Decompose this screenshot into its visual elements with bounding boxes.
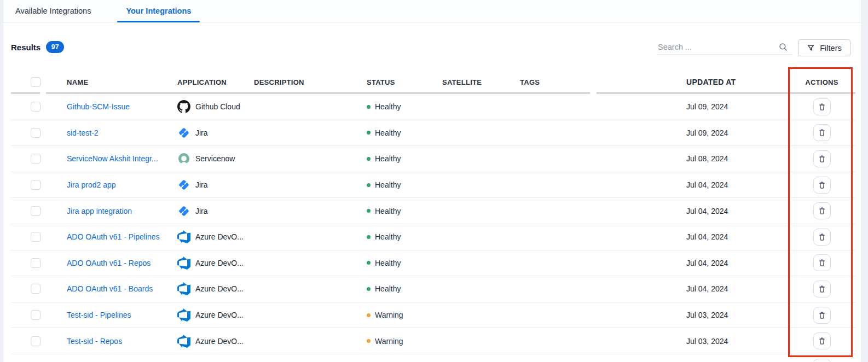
- status-dot: [367, 157, 371, 161]
- application-cell: Azure DevO...: [173, 282, 250, 295]
- updated-at: Jul 04, 2024: [644, 284, 788, 293]
- integration-name-link[interactable]: Test-sid - Repos: [67, 337, 122, 346]
- status-text: Healthy: [375, 232, 401, 241]
- actions-cell: [788, 98, 855, 115]
- status-dot: [367, 313, 371, 317]
- delete-button[interactable]: [813, 359, 831, 362]
- application-name: Azure DevO...: [195, 284, 244, 293]
- integration-name-link[interactable]: Test-sid - Pipelines: [67, 311, 131, 319]
- application-cell: Jira: [173, 205, 250, 218]
- name-cell: sid-test-2: [56, 129, 173, 137]
- updated-at: Jul 04, 2024: [644, 259, 788, 267]
- application-cell: Jira: [173, 126, 250, 139]
- updated-at: Jul 04, 2024: [644, 207, 788, 215]
- delete-button[interactable]: [813, 150, 831, 167]
- integration-name-link[interactable]: Jira app integration: [67, 207, 132, 215]
- search-icon: [778, 42, 788, 52]
- status-dot: [367, 131, 371, 135]
- select-all-checkbox[interactable]: [31, 77, 40, 87]
- row-checkbox[interactable]: [31, 128, 40, 138]
- servicenow-icon: [177, 152, 190, 165]
- status-dot: [367, 183, 371, 187]
- checkbox-cell: [11, 206, 56, 216]
- status-text: Healthy: [375, 180, 401, 189]
- table-header-row: NAMEAPPLICATIONDESCRIPTIONSTATUSSATELLIT…: [11, 70, 855, 94]
- integration-name-link[interactable]: ServiceNow Akshit Integr...: [67, 154, 158, 163]
- integrations-table: NAMEAPPLICATIONDESCRIPTIONSTATUSSATELLIT…: [11, 70, 855, 362]
- funnel-icon: [807, 44, 815, 52]
- delete-button[interactable]: [813, 254, 831, 271]
- delete-button[interactable]: [813, 98, 831, 115]
- delete-button[interactable]: [813, 332, 831, 349]
- header-border-segment: [597, 92, 855, 94]
- table-row: ADO OAuth v61 - Repos Azure DevO... Heal…: [11, 250, 855, 277]
- row-checkbox[interactable]: [31, 206, 40, 216]
- status-text: Healthy: [375, 154, 401, 163]
- delete-button[interactable]: [813, 177, 831, 194]
- row-checkbox[interactable]: [31, 284, 40, 294]
- integration-name-link[interactable]: ADO OAuth v61 - Repos: [67, 259, 151, 267]
- actions-cell: [788, 229, 855, 246]
- status-cell: Healthy: [354, 129, 429, 137]
- integration-name-link[interactable]: Jira prod2 app: [67, 180, 116, 189]
- updated-at: Jul 04, 2024: [644, 232, 788, 241]
- checkbox-cell: [11, 232, 56, 242]
- table-row: Jira app integration Jira Healthy Jul 04…: [11, 198, 855, 224]
- row-checkbox[interactable]: [31, 258, 40, 268]
- search-input[interactable]: [657, 43, 778, 51]
- name-cell: ADO OAuth v61 - Repos: [56, 259, 173, 267]
- integration-name-link[interactable]: sid-test-2: [67, 129, 99, 137]
- delete-button[interactable]: [813, 307, 831, 324]
- azure-devops-icon: [177, 230, 190, 243]
- actions-cell: [788, 307, 855, 324]
- updated-at: Jul 08, 2024: [644, 154, 788, 163]
- status-text: Healthy: [375, 102, 401, 111]
- actions-cell: [788, 359, 855, 362]
- status-cell: Warning: [354, 337, 429, 346]
- results-summary: Results 97: [11, 41, 64, 53]
- application-cell: Github Cloud: [173, 100, 250, 113]
- delete-button[interactable]: [813, 281, 831, 297]
- checkbox-cell: [11, 258, 56, 268]
- row-checkbox[interactable]: [31, 102, 40, 112]
- filters-button[interactable]: Filters: [798, 39, 850, 56]
- jira-icon: [177, 205, 190, 218]
- trash-icon: [818, 128, 826, 137]
- actions-cell: [788, 332, 855, 349]
- checkbox-cell: [11, 180, 56, 190]
- status-cell: Healthy: [354, 180, 429, 189]
- table-row: Github-SCM-Issue Github Cloud Healthy Ju…: [11, 94, 855, 120]
- row-checkbox[interactable]: [31, 232, 40, 242]
- row-checkbox[interactable]: [31, 310, 40, 320]
- table-row: ServiceNow Akshit Integr... Servicenow H…: [11, 146, 855, 172]
- application-cell: Azure DevO...: [173, 230, 250, 243]
- status-cell: Healthy: [354, 207, 429, 215]
- filters-button-label: Filters: [820, 44, 841, 52]
- tab-available-integrations[interactable]: Available Integrations: [7, 0, 100, 22]
- jira-icon: [177, 178, 190, 191]
- row-checkbox[interactable]: [31, 180, 40, 190]
- application-cell: Servicenow: [173, 152, 250, 165]
- application-cell: Jira: [173, 178, 250, 191]
- delete-button[interactable]: [813, 124, 831, 141]
- tab-your-integrations[interactable]: Your Integrations: [117, 0, 200, 22]
- column-header-actions: ACTIONS: [788, 78, 855, 86]
- delete-button[interactable]: [813, 229, 831, 246]
- checkbox-cell: [11, 336, 56, 346]
- integration-name-link[interactable]: ADO OAuth v61 - Boards: [67, 284, 153, 293]
- row-checkbox[interactable]: [31, 336, 40, 346]
- actions-cell: [788, 202, 855, 219]
- column-header-name: NAME: [56, 78, 173, 86]
- integration-name-link[interactable]: ADO OAuth v61 - Pipelines: [67, 232, 160, 241]
- results-count-badge: 97: [46, 41, 64, 53]
- status-cell: Healthy: [354, 284, 429, 293]
- row-checkbox[interactable]: [31, 154, 40, 164]
- header-border-segment: [46, 92, 590, 94]
- application-name: Jira: [195, 129, 208, 137]
- delete-button[interactable]: [813, 202, 831, 219]
- column-header-updated-at: UPDATED AT: [644, 78, 788, 86]
- integration-name-link[interactable]: Github-SCM-Issue: [67, 102, 130, 111]
- search-field: [657, 39, 792, 55]
- jira-icon: [177, 126, 190, 139]
- application-cell: Azure DevO...: [173, 256, 250, 270]
